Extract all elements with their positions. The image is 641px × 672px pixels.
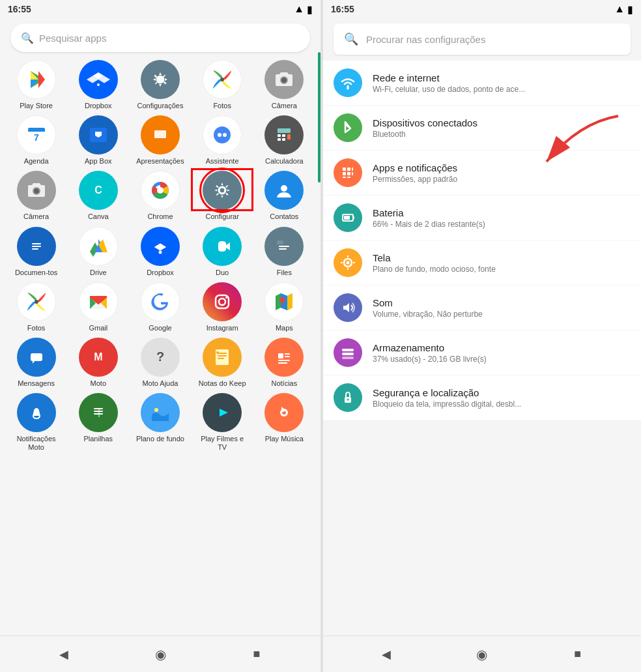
app-pinwheel[interactable]: Fotos <box>193 60 251 110</box>
app-instagram[interactable]: Instagram <box>193 282 251 332</box>
app-play-filmes[interactable]: Play Filmes e TV <box>193 393 251 452</box>
app-google[interactable]: Google <box>132 282 189 332</box>
app-search-bar[interactable]: 🔍 Pesquisar apps <box>10 23 310 52</box>
app-play-musica[interactable]: Play Música <box>255 393 313 452</box>
svg-rect-50 <box>279 248 287 250</box>
apps-grid: Play Store Dropbox Configurações <box>0 60 320 635</box>
settings-title-tela: Tela <box>373 252 631 263</box>
back-button-left[interactable]: ◀ <box>52 643 76 666</box>
app-plano-fundo[interactable]: Plano de fundo <box>132 393 189 452</box>
apps-row-7: Notificações Moto Planilhas <box>5 393 315 452</box>
app-settings-system[interactable]: Configurações <box>132 60 189 110</box>
settings-subtitle-rede: Wi-Fi, celular, uso de dados, ponto de a… <box>373 85 631 94</box>
settings-search-bar[interactable]: 🔍 Procurar nas configurações <box>334 23 631 55</box>
settings-subtitle-apps: Permissões, app padrão <box>373 175 631 184</box>
apps-row-6: Mensagens M Moto ? Moto Aj <box>5 338 315 388</box>
app-label-maps: Maps <box>276 324 293 332</box>
back-button-right[interactable]: ◀ <box>375 643 398 666</box>
app-camera-2[interactable]: Câmera <box>8 171 65 221</box>
home-button-left[interactable]: ◉ <box>149 643 172 666</box>
app-dropbox-2[interactable]: Dropbox <box>132 227 189 277</box>
app-label-calculator: Calculadora <box>265 157 304 166</box>
svg-rect-90 <box>343 168 346 171</box>
apps-row-1: Play Store Dropbox Configurações <box>5 60 315 110</box>
svg-point-19 <box>214 126 231 143</box>
app-label-files: Files <box>277 269 292 277</box>
app-slides[interactable]: Apresentações <box>132 115 189 166</box>
app-mensagens[interactable]: Mensagens <box>8 338 65 388</box>
app-moto-ajuda[interactable]: ? Moto Ajuda <box>132 338 189 388</box>
app-label-moto-ajuda: Moto Ajuda <box>142 379 178 388</box>
app-label-slides: Apresentações <box>136 157 184 166</box>
app-maps[interactable]: Maps <box>255 282 313 332</box>
settings-subtitle-armazenamento: 37% usado(s) - 20,16 GB livre(s) <box>373 355 631 364</box>
app-camera-1[interactable]: Câmera <box>255 60 313 110</box>
settings-item-seguranca[interactable]: Segurança e localização Bloqueio da tela… <box>323 375 641 420</box>
settings-item-som[interactable]: Som Volume, vibração, Não perturbe <box>323 285 641 330</box>
settings-item-armazenamento[interactable]: Armazenamento 37% usado(s) - 20,16 GB li… <box>323 330 641 375</box>
settings-title-seguranca: Segurança e localização <box>373 387 631 398</box>
app-fotos[interactable]: Fotos <box>8 282 65 332</box>
settings-subtitle-seguranca: Bloqueio da tela, impressão digital, des… <box>373 400 631 409</box>
svg-rect-41 <box>32 243 41 244</box>
settings-item-bateria[interactable]: Bateria 66% - Mais de 2 dias restante(s) <box>323 196 641 240</box>
app-label-plano-fundo: Plano de fundo <box>136 435 184 443</box>
app-label-chrome: Chrome <box>147 212 173 221</box>
app-dropbox-1[interactable]: Dropbox <box>70 60 127 110</box>
app-configurar[interactable]: Configurar <box>193 171 251 221</box>
app-label-noticias: Notícias <box>271 379 297 388</box>
svg-point-54 <box>219 299 225 305</box>
svg-point-111 <box>347 399 349 401</box>
battery-icon-right: ▮ <box>627 3 633 16</box>
settings-title-som: Som <box>373 297 631 308</box>
recent-button-right[interactable]: ■ <box>566 643 590 666</box>
svg-rect-99 <box>344 216 350 220</box>
app-contacts[interactable]: Contatos <box>255 171 313 221</box>
recent-button-left[interactable]: ■ <box>245 643 268 666</box>
settings-item-apps[interactable]: Apps e notificações Permissões, app padr… <box>323 151 641 195</box>
settings-title-apps: Apps e notificações <box>373 162 631 173</box>
svg-rect-91 <box>347 168 350 171</box>
svg-rect-25 <box>282 134 285 137</box>
settings-item-tela[interactable]: Tela Plano de fundo, modo ocioso, fonte <box>323 241 641 285</box>
app-label-settings-system: Configurações <box>137 102 184 110</box>
app-calculator[interactable]: Calculadora <box>255 115 313 166</box>
app-gmail[interactable]: Gmail <box>70 282 127 332</box>
app-appbox[interactable]: App Box <box>70 115 127 166</box>
svg-rect-70 <box>285 353 290 355</box>
home-button-right[interactable]: ◉ <box>470 643 494 666</box>
app-notas[interactable]: Notas do Keep <box>193 338 251 388</box>
settings-item-rede[interactable]: Rede e internet Wi-Fi, celular, uso de d… <box>323 61 641 105</box>
app-moto[interactable]: M Moto <box>70 338 127 388</box>
svg-rect-48 <box>277 241 283 244</box>
app-duo[interactable]: Duo <box>193 227 251 277</box>
app-chrome[interactable]: Chrome <box>132 171 189 221</box>
app-label-play-musica: Play Música <box>265 435 304 443</box>
settings-item-dispositivos[interactable]: Dispositivos conectados Bluetooth <box>323 106 641 150</box>
app-notificacoes[interactable]: Notificações Moto <box>8 393 65 452</box>
svg-rect-58 <box>31 353 42 361</box>
app-label-play-filmes: Play Filmes e TV <box>196 435 248 452</box>
app-drive[interactable]: Drive <box>70 227 127 277</box>
app-docs[interactable]: Documen-tos <box>8 227 65 277</box>
app-planilhas[interactable]: Planilhas <box>70 393 127 452</box>
svg-rect-73 <box>278 362 287 364</box>
app-label-notificacoes: Notificações Moto <box>10 435 63 452</box>
app-label-planilhas: Planilhas <box>83 435 113 443</box>
settings-list: Rede e internet Wi-Fi, celular, uso de d… <box>323 57 641 635</box>
app-label-duo: Duo <box>216 269 229 277</box>
app-label-moto: Moto <box>91 379 106 388</box>
recent-icon-left: ■ <box>253 647 261 661</box>
app-play-store[interactable]: Play Store <box>8 60 65 110</box>
app-canva[interactable]: C Canva <box>70 171 127 221</box>
app-noticias[interactable]: Notícias <box>255 338 313 388</box>
wifi-icon-right: ▲ <box>614 3 625 15</box>
app-agenda[interactable]: 7 Agenda <box>8 115 65 166</box>
svg-text:?: ? <box>156 349 164 364</box>
svg-text:C: C <box>94 184 102 196</box>
app-label-dropbox-1: Dropbox <box>85 102 112 110</box>
app-assistant[interactable]: Assistente <box>193 115 251 166</box>
svg-rect-97 <box>347 177 350 178</box>
app-files[interactable]: Files <box>255 227 313 277</box>
svg-rect-69 <box>278 353 283 358</box>
